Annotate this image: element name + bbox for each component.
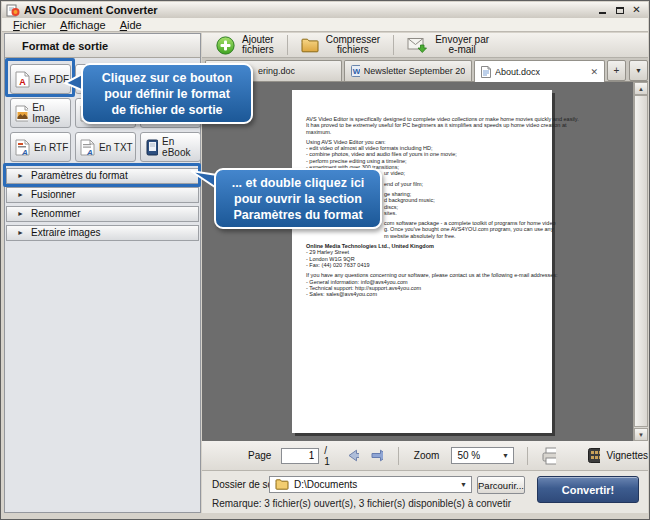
previous-page-arrow-icon[interactable] xyxy=(348,449,360,462)
toolbar-divider xyxy=(393,35,394,55)
triangle-right-icon: ► xyxy=(17,207,24,221)
menu-item-aide[interactable]: Aide xyxy=(113,19,149,31)
title-bar: AVS Document Converter ✕ xyxy=(2,2,648,18)
tab-list-dropdown[interactable]: ▼ xyxy=(629,60,648,81)
add-files-button[interactable]: Ajouterfichiers xyxy=(216,35,274,55)
highlight-box-settings-section xyxy=(3,163,201,187)
minimize-button[interactable] xyxy=(595,4,610,16)
tab-label: ering.doc xyxy=(258,66,295,76)
tab-newsletter-doc[interactable]: W Newsletter September 2011.doc xyxy=(344,60,472,81)
add-plus-icon xyxy=(216,36,235,55)
document-page: AVS Video Editor is specifically designe… xyxy=(292,90,552,433)
page-total: / 1 xyxy=(324,445,331,467)
print-button[interactable] xyxy=(541,447,557,465)
folder-icon xyxy=(275,479,289,490)
section-label: Extraire images xyxy=(31,227,100,238)
format-button-ebook[interactable]: En eBook xyxy=(140,132,201,162)
page-label: Page xyxy=(248,450,271,461)
toolbar-divider xyxy=(287,35,288,55)
section-label: Fusionner xyxy=(31,189,75,200)
next-page-arrow-icon[interactable] xyxy=(371,449,383,462)
doc-line: It has proved to be extremely useful for… xyxy=(306,122,540,128)
scrollbar-thumb[interactable] xyxy=(634,95,648,427)
format-button-image[interactable]: En Image xyxy=(10,98,71,128)
panel-header: Format de sortie xyxy=(5,34,200,58)
section-extraire-images[interactable]: ► Extraire images xyxy=(6,225,199,241)
page-number-input[interactable] xyxy=(281,448,319,464)
tab-label: Newsletter September 2011.doc xyxy=(364,66,465,76)
triangle-right-icon: ► xyxy=(17,188,24,202)
docx-file-icon xyxy=(481,66,491,78)
zoom-label: Zoom xyxy=(414,450,440,461)
add-tab-button[interactable]: + xyxy=(607,60,626,81)
format-button-txt[interactable]: A En TXT xyxy=(75,132,136,162)
divider xyxy=(527,447,528,465)
main-toolbar: Ajouterfichiers Compresserfichiers Envoy… xyxy=(202,33,648,58)
image-file-icon xyxy=(15,105,28,122)
section-label: Renommer xyxy=(31,208,80,219)
output-bar: Dossier de sortie: D:\Documents ▼ Parcou… xyxy=(202,471,648,513)
menu-item-fichier[interactable]: Fichier xyxy=(6,19,53,31)
send-email-label: Envoyer pare-mail xyxy=(435,35,489,55)
svg-text:A: A xyxy=(86,147,93,156)
send-email-button[interactable]: Envoyer pare-mail xyxy=(407,35,489,55)
output-folder-select[interactable]: D:\Documents ▼ xyxy=(269,476,472,493)
word-doc-icon: W xyxy=(351,65,360,77)
menu-bar: FichierAffichageAide xyxy=(2,18,648,32)
app-window: AVS Document Converter ✕ FichierAffichag… xyxy=(0,0,650,520)
thumbnails-button[interactable] xyxy=(588,448,599,463)
triangle-right-icon: ► xyxy=(17,226,24,240)
page-navigation-bar: Page / 1 Zoom 50 % ▼ xyxy=(202,441,648,471)
tooltip-settings-section: ... et double cliquez ici pour ouvrir la… xyxy=(214,168,382,229)
close-button[interactable]: ✕ xyxy=(629,4,644,16)
scroll-down-icon[interactable]: ▼ xyxy=(634,428,648,441)
section-renommer[interactable]: ► Renommer xyxy=(6,206,199,222)
maximize-button[interactable] xyxy=(612,4,627,16)
zoom-value: 50 % xyxy=(457,450,480,461)
tab-close-icon[interactable]: ✕ xyxy=(590,67,598,77)
section-fusionner[interactable]: ► Fusionner xyxy=(6,187,199,203)
convert-button[interactable]: Convertir! xyxy=(537,476,639,503)
tab-bar: ering.doc W Newsletter September 2011.do… xyxy=(202,58,648,82)
zoom-select[interactable]: 50 % ▼ xyxy=(451,447,514,464)
format-button-label: En Image xyxy=(32,102,70,124)
tab-label: About.docx xyxy=(495,67,540,77)
document-preview-area: AVS Video Editor is specifically designe… xyxy=(202,82,648,441)
compress-files-label: Compresserfichiers xyxy=(326,35,380,55)
rtf-file-icon: A xyxy=(15,139,30,156)
chevron-down-icon: ▼ xyxy=(502,452,509,459)
browse-button[interactable]: Parcourir... xyxy=(477,476,525,494)
window-title: AVS Document Converter xyxy=(24,4,593,16)
folder-zip-icon xyxy=(301,38,319,53)
vertical-scrollbar[interactable]: ▲ ▼ xyxy=(633,82,648,441)
doc-line: - Sales: sales@avs4you.com xyxy=(306,291,540,297)
svg-text:W: W xyxy=(353,67,360,76)
svg-text:A: A xyxy=(21,147,28,156)
divider xyxy=(398,447,399,465)
tab-about-docx[interactable]: About.docx ✕ xyxy=(474,60,605,82)
app-icon xyxy=(6,3,20,17)
email-icon xyxy=(407,37,428,54)
add-files-label: Ajouterfichiers xyxy=(242,35,274,55)
ebook-file-icon xyxy=(145,139,158,156)
main-content: Ajouterfichiers Compresserfichiers Envoy… xyxy=(202,33,648,513)
scroll-up-icon[interactable]: ▲ xyxy=(634,82,648,95)
format-button-rtf[interactable]: A En RTF xyxy=(10,132,71,162)
txt-file-icon: A xyxy=(80,139,95,156)
format-button-label: En TXT xyxy=(99,142,133,153)
thumbnails-label: Vignettes xyxy=(607,450,649,461)
compress-files-button[interactable]: Compresserfichiers xyxy=(301,35,380,55)
format-button-label: En RTF xyxy=(34,142,68,153)
chevron-down-icon: ▼ xyxy=(460,481,467,488)
remark-text: Remarque: 3 fichier(s) ouvert(s), 3 fich… xyxy=(212,498,511,509)
tooltip-format-button: Cliquez sur ce bouton pour définir le fo… xyxy=(81,63,253,124)
output-folder-path: D:\Documents xyxy=(294,479,357,490)
doc-line: If you have any questions concerning our… xyxy=(306,272,540,278)
format-button-label: En eBook xyxy=(162,136,200,158)
menu-item-affichage[interactable]: Affichage xyxy=(53,19,113,31)
